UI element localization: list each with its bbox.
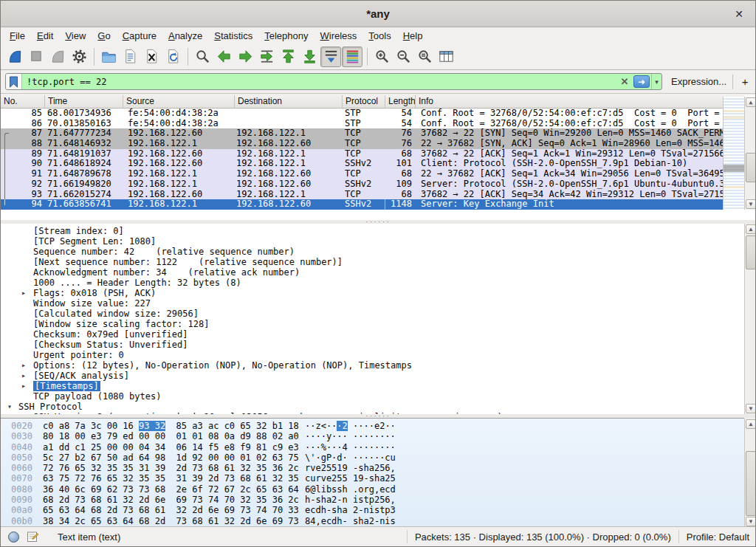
detail-line[interactable]: [Calculated window size: 29056] [1, 309, 744, 319]
column-header-no[interactable]: No. [1, 95, 45, 108]
scroll-down-icon[interactable]: ▼ [746, 199, 756, 209]
menu-view[interactable]: View [59, 29, 92, 43]
minimap-thumb[interactable] [724, 165, 744, 172]
packet-row-88[interactable]: 8871.648146932192.168.122.1192.168.122.6… [1, 139, 744, 149]
scrollbar-thumb[interactable] [746, 235, 756, 269]
go-first-button[interactable] [278, 47, 298, 67]
go-to-packet-button[interactable] [256, 47, 277, 67]
filter-dropdown-icon[interactable]: ▾ [651, 74, 662, 89]
packet-row-94[interactable]: 9471.663856741192.168.122.1192.168.122.6… [1, 199, 744, 210]
detail-line[interactable]: Acknowledgment number: 34 (relative ack … [1, 267, 744, 278]
file-close-button[interactable] [141, 47, 162, 67]
close-icon[interactable]: ✕ [732, 7, 746, 21]
hex-line[interactable]: 0020c0 a8 7a 3c 00 16 93 32 85 a3 ac c0 … [1, 421, 744, 431]
menu-file[interactable]: File [4, 29, 31, 43]
capture-stop-button[interactable] [26, 47, 47, 67]
expert-info-icon[interactable] [8, 531, 19, 543]
packet-row-87[interactable]: 8771.647777234192.168.122.60192.168.122.… [1, 128, 744, 139]
menu-tools[interactable]: Tools [362, 29, 396, 43]
zoom-reset-button[interactable] [414, 47, 435, 67]
menu-wireless[interactable]: Wireless [315, 29, 363, 43]
hex-line[interactable]: 007063 75 72 76 65 32 35 35 31 39 2d 73 … [1, 473, 744, 484]
packet-list-vscrollbar[interactable]: ▲ ▼ [744, 97, 756, 210]
detail-line[interactable]: Window size value: 227 [1, 298, 744, 309]
hex-line[interactable]: 006072 76 65 32 35 35 31 39 2d 73 68 61 … [1, 463, 744, 473]
column-header-destination[interactable]: Destination [235, 95, 343, 108]
display-filter-field[interactable]: !tcp.port == 22 ✕ ➜ ▾ [5, 73, 662, 90]
hex-line[interactable]: 009068 2d 73 68 61 32 2d 6e 69 73 74 70 … [1, 495, 744, 505]
display-filter-input[interactable]: !tcp.port == 22 [22, 77, 617, 87]
title-bar[interactable]: *any ✕ [1, 1, 755, 27]
expand-closed-icon[interactable]: ▸ [21, 360, 26, 371]
detail-line[interactable]: [Checksum Status: Unverified] [1, 340, 744, 350]
packet-row-90[interactable]: 9071.648618924192.168.122.60192.168.122.… [1, 159, 744, 169]
zoom-in-button[interactable] [371, 47, 392, 67]
expand-open-icon[interactable]: ▾ [7, 402, 12, 412]
packet-row-92[interactable]: 9271.661949820192.168.122.1192.168.122.6… [1, 179, 744, 190]
details-vscrollbar[interactable]: ▲ ▼ [744, 224, 756, 414]
detail-line[interactable]: ▸[Timestamps] [1, 381, 744, 391]
colorize-button[interactable] [342, 47, 362, 67]
scroll-up-icon[interactable]: ▲ [746, 419, 756, 429]
file-save-button[interactable] [120, 47, 140, 67]
resize-columns-button[interactable] [436, 47, 456, 67]
zoom-out-button[interactable] [393, 47, 413, 67]
filter-clear-icon[interactable]: ✕ [617, 76, 632, 87]
bytes-vscrollbar[interactable]: ▲ ▼ [744, 419, 756, 527]
expression-button[interactable]: Expression... [671, 76, 726, 87]
filter-add-button[interactable]: + [739, 75, 751, 88]
menu-statistics[interactable]: Statistics [208, 29, 258, 43]
column-header-time[interactable]: Time [45, 95, 123, 108]
column-header-length[interactable]: Length [385, 95, 416, 108]
go-back-button[interactable] [213, 47, 234, 67]
filter-apply-icon[interactable]: ➜ [633, 75, 650, 88]
column-header-info[interactable]: Info [416, 95, 744, 108]
hex-line[interactable]: 0040a1 dd c1 25 00 00 04 34 06 14 f5 e8 … [1, 442, 744, 453]
scroll-up-icon[interactable]: ▲ [746, 224, 756, 234]
hex-line[interactable]: 00a065 63 64 68 2d 73 68 61 32 2d 6e 69 … [1, 505, 744, 515]
detail-line[interactable]: Urgent pointer: 0 [1, 350, 744, 360]
file-open-button[interactable] [98, 47, 119, 67]
detail-line[interactable]: Sequence number: 42 (relative sequence n… [1, 247, 744, 257]
menu-analyze[interactable]: Analyze [162, 29, 208, 43]
find-packet-button[interactable] [192, 47, 213, 67]
scroll-down-icon[interactable]: ▼ [746, 517, 756, 526]
expand-closed-icon[interactable]: ▸ [21, 288, 26, 298]
detail-line[interactable]: [Stream index: 0] [1, 226, 744, 236]
scrollbar-thumb[interactable] [746, 451, 756, 516]
menu-go[interactable]: Go [92, 29, 116, 43]
filter-bookmark-button[interactable] [6, 74, 22, 89]
menu-help[interactable]: Help [397, 29, 429, 43]
detail-line[interactable]: ▸Flags: 0x018 (PSH, ACK) [1, 288, 744, 298]
hex-line[interactable]: 008036 40 6c 69 62 73 73 68 2e 6f 72 67 … [1, 484, 744, 495]
scrollbar-thumb[interactable] [746, 153, 756, 182]
menu-edit[interactable]: Edit [31, 29, 59, 43]
scroll-down-icon[interactable]: ▼ [746, 404, 756, 413]
packet-row-91[interactable]: 9171.648789678192.168.122.1192.168.122.6… [1, 169, 744, 179]
detail-line[interactable]: ▸Options: (12 bytes), No-Operation (NOP)… [1, 360, 744, 371]
go-last-button[interactable] [299, 47, 320, 67]
detail-line[interactable]: [Next sequence number: 1122 (relative se… [1, 257, 744, 267]
hex-line[interactable]: 003080 18 00 e3 79 ed 00 00 01 01 08 0a … [1, 431, 744, 441]
menu-telephony[interactable]: Telephony [258, 29, 314, 43]
go-forward-button[interactable] [235, 47, 255, 67]
file-reload-button[interactable] [162, 47, 183, 67]
capture-restart-button[interactable] [47, 47, 68, 67]
intelligent-scrollbar-minimap[interactable] [723, 97, 744, 210]
capture-options-button[interactable] [69, 47, 89, 67]
status-profile[interactable]: Profile: Default [687, 531, 749, 543]
scroll-up-icon[interactable]: ▲ [746, 97, 756, 107]
detail-line[interactable]: TCP payload (1080 bytes) [1, 391, 744, 402]
menu-capture[interactable]: Capture [117, 29, 162, 43]
detail-line[interactable]: Checksum: 0x79ed [unverified] [1, 329, 744, 340]
packet-row-93[interactable]: 9371.662015274192.168.122.60192.168.122.… [1, 190, 744, 200]
capture-start-button[interactable] [4, 47, 25, 67]
detail-line[interactable]: [TCP Segment Len: 1080] [1, 236, 744, 247]
hex-line[interactable]: 00b038 34 2c 65 63 64 68 2d 73 68 61 32 … [1, 516, 744, 526]
detail-line[interactable]: [Window size scaling factor: 128] [1, 319, 744, 329]
capture-comment-icon[interactable] [27, 531, 38, 543]
detail-line[interactable]: ▸[SEQ/ACK analysis] [1, 371, 744, 381]
packet-row-85[interactable]: 8568.001734936fe:54:00:d4:38:2aSTP54Conf… [1, 109, 744, 119]
column-header-protocol[interactable]: Protocol [343, 95, 385, 108]
expand-closed-icon[interactable]: ▸ [21, 381, 26, 391]
